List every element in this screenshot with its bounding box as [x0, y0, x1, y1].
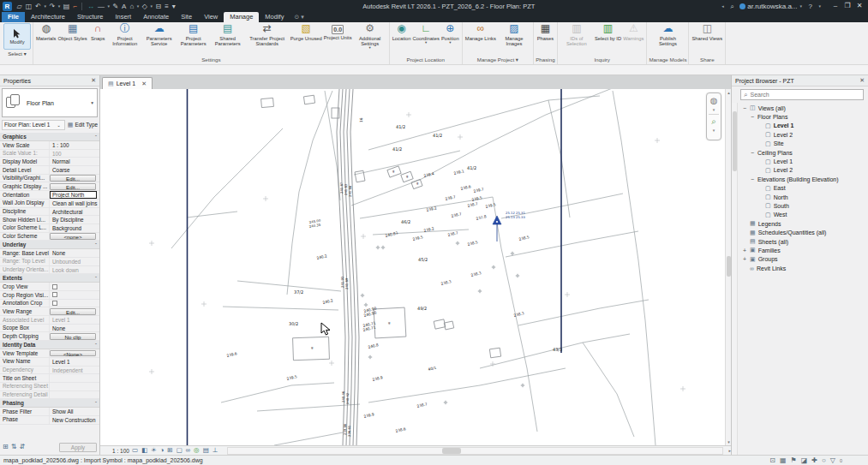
save-icon[interactable]: ◫ — [24, 2, 33, 11]
sort-ascending-icon[interactable]: ⇅ — [11, 443, 17, 451]
scroll-up-icon[interactable]: ▴ — [726, 89, 731, 96]
user-account-chip[interactable]: ar.rutkowska.a... ▾ — [739, 3, 803, 10]
checkbox-annotation-crop[interactable] — [52, 301, 57, 306]
measure-icon[interactable]: ⌐ — [72, 2, 79, 11]
shared-parameters-button[interactable]: ▤Shared Parameters — [211, 22, 245, 46]
transfer-project-standards-button[interactable]: ⇄Transfer Project Standards — [245, 22, 290, 46]
property-button-depth-clipping[interactable]: No clip — [50, 333, 96, 340]
tree-item-views-all[interactable]: −◫Views (all) — [742, 104, 868, 112]
section-header-graphics[interactable]: Graphicsˆ — [0, 133, 99, 141]
tab-architecture[interactable]: Architecture — [25, 12, 71, 22]
chevron-down-icon[interactable]: ▾ — [713, 128, 715, 133]
property-edit-field[interactable]: Project North — [50, 191, 97, 199]
property-value[interactable]: Coarse — [49, 166, 99, 174]
tree-item-floor-plans[interactable]: −Floor Plans — [742, 112, 868, 121]
tree-item-revit-links[interactable]: ∞Revit Links — [742, 264, 868, 272]
select-dropdown[interactable]: Select ▾ — [8, 51, 26, 57]
dropdown-arrow-icon[interactable]: ▾ — [106, 3, 111, 9]
minimize-button[interactable]: – — [829, 0, 841, 12]
property-value[interactable]: Clean all wall joins — [49, 200, 99, 207]
redo-icon[interactable]: ↷ — [48, 2, 57, 11]
filter-icon[interactable]: ▽ — [830, 456, 835, 465]
dropdown-arrow-icon[interactable]: ▾ — [43, 3, 47, 9]
tree-item-schedules-quantities-all[interactable]: ▦Schedules/Quantities (all) — [742, 228, 868, 236]
select-underlay-icon[interactable]: ▦ — [780, 456, 787, 465]
collapse-icon[interactable]: ˆ — [95, 341, 97, 349]
temporary-view-properties-icon[interactable]: ▤ — [203, 446, 209, 455]
snaps-button[interactable]: ∩Snaps — [88, 22, 108, 41]
help-icon[interactable]: ? — [807, 2, 813, 11]
property-button-color-scheme[interactable]: <none> — [50, 233, 96, 240]
open-icon[interactable]: ▱ — [15, 2, 23, 11]
dropdown-arrow-icon[interactable]: ▾ — [57, 3, 62, 9]
tab-file[interactable]: File — [2, 12, 25, 22]
tree-expander[interactable]: + — [742, 256, 747, 262]
section-header-extents[interactable]: Extentsˆ — [0, 274, 99, 283]
tree-item-sheets-all[interactable]: ▤Sheets (all) — [742, 237, 868, 246]
view-tab-level-1[interactable]: ▤ Level 1 ✕ — [102, 77, 153, 89]
tree-item-north[interactable]: ▢North — [742, 193, 868, 201]
section-icon[interactable]: ⊟ — [154, 2, 163, 11]
tree-item-level-2[interactable]: ▢Level 2 — [742, 166, 868, 175]
tab-site[interactable]: Site — [175, 12, 198, 22]
panel-label-phasing[interactable]: Phasing — [536, 56, 555, 64]
tree-item-east[interactable]: ▢East — [742, 184, 868, 193]
print-icon[interactable]: ▤ — [62, 2, 71, 11]
tree-expander[interactable]: − — [750, 176, 755, 182]
panel-label-share[interactable]: Share — [691, 56, 723, 64]
property-value[interactable] — [49, 374, 99, 382]
property-value[interactable]: Show All — [49, 408, 99, 415]
tree-item-west[interactable]: ▢West — [742, 211, 868, 219]
revit-logo-icon[interactable]: R — [3, 2, 12, 11]
browser-scrollbar[interactable] — [732, 103, 738, 455]
property-value[interactable]: Normal — [49, 158, 99, 165]
additional-settings-button[interactable]: ⚙Additional Settings▾ — [353, 22, 387, 50]
close-icon[interactable]: ✕ — [859, 77, 865, 84]
crop-view-icon[interactable]: ⊞ — [167, 446, 172, 455]
publish-settings-button[interactable]: ☁Publish Settings — [650, 22, 685, 46]
manage-images-button[interactable]: ▨Manage Images — [497, 22, 531, 46]
search-input[interactable] — [750, 92, 860, 98]
collapse-icon[interactable]: ˆ — [95, 133, 97, 141]
tab-manage[interactable]: Manage — [224, 12, 259, 22]
position-button[interactable]: ⊕Position▾ — [440, 22, 460, 45]
close-icon[interactable]: ✕ — [91, 77, 96, 84]
type-selector[interactable]: Floor Plan ▾ — [2, 88, 98, 117]
browser-search-box[interactable]: ⌕ — [740, 89, 864, 100]
section-header-identity-data[interactable]: Identity Dataˆ — [0, 341, 99, 349]
close-button[interactable]: ✕ — [853, 0, 865, 12]
panel-label-project-location[interactable]: Project Location — [392, 56, 460, 64]
panel-label-settings[interactable]: Settings — [35, 56, 387, 64]
background-process-icon[interactable]: ○ — [822, 456, 826, 465]
property-value[interactable]: Background — [49, 224, 99, 232]
undo-icon[interactable]: ↶ — [34, 2, 43, 11]
tab-view[interactable]: View — [198, 12, 224, 22]
purge-unused-button[interactable]: ▧Purge Unused — [290, 22, 323, 41]
checkbox-crop-region-visi[interactable] — [52, 292, 57, 297]
horizontal-scrollbar[interactable] — [227, 447, 723, 455]
instance-selector[interactable]: Floor Plan: Level 1 ⌄ — [2, 120, 65, 130]
warnings-button[interactable]: ⚠Warnings — [622, 22, 644, 41]
thin-lines-icon[interactable]: ≡ — [164, 2, 171, 11]
model-line-icon[interactable]: — — [96, 2, 105, 11]
scrollbar-thumb[interactable] — [733, 111, 737, 171]
modify-button[interactable]: Modify — [3, 23, 31, 50]
chevron-down-icon[interactable]: ▾ — [713, 107, 715, 112]
property-value[interactable]: None — [49, 249, 99, 257]
collapse-icon[interactable]: ˆ — [95, 274, 97, 283]
panel-label-inquiry[interactable]: Inquiry — [560, 56, 645, 64]
section-header-phasing[interactable]: Phasingˆ — [0, 399, 99, 408]
shadows-icon[interactable]: ◑ — [160, 446, 165, 455]
steering-wheel-icon[interactable]: ◍ — [710, 96, 718, 105]
tree-item-south[interactable]: ▢South — [742, 201, 868, 210]
tree-expander[interactable]: − — [742, 105, 747, 111]
edit-type-button[interactable]: ▦ Edit Type — [65, 122, 98, 128]
tree-item-site[interactable]: ▢Site — [742, 140, 868, 148]
tree-item-level-2[interactable]: ▢Level 2 — [742, 130, 868, 139]
manage-links-button[interactable]: ∞Manage Links — [464, 22, 497, 41]
collapse-icon[interactable]: ˆ — [95, 241, 97, 249]
parameters-service-button[interactable]: ☁Parameters Service — [142, 22, 177, 46]
properties-help-icon[interactable]: ⊞ — [3, 443, 9, 451]
dropdown-arrow-icon[interactable]: ▾ — [149, 3, 153, 9]
sort-grouped-icon[interactable]: ⇵ — [19, 443, 25, 451]
